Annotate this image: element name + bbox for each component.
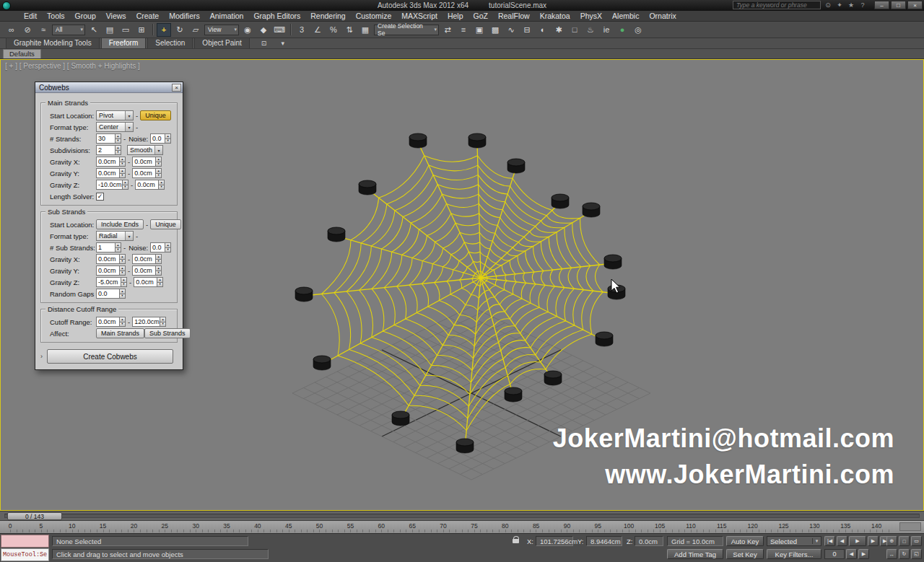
cobweb-object[interactable] [304,142,616,447]
spin-down-icon[interactable]: ▾ [115,248,121,253]
menu-graph-editors[interactable]: Graph Editors [248,11,305,21]
main-gravity-x2-spinner[interactable]: 0.0cm▴▾ [132,157,162,167]
sub-gravity-z-spinner[interactable]: -5.0cm▴▾ [96,277,127,287]
cutoff-max-spinner[interactable]: 120.0cm▴▾ [132,317,166,327]
menu-customize[interactable]: Customize [351,11,397,21]
main-noise-spinner[interactable]: 0.0▴▾ [150,133,171,144]
anchor-cylinder-13[interactable] [456,439,474,453]
menu-rendering[interactable]: Rendering [305,11,350,21]
select-and-move-button[interactable]: + [157,23,171,37]
spinner-arrows[interactable]: ▴▾ [115,145,121,155]
y-coord-field[interactable]: 8.9464cm [586,536,622,546]
viewport-label[interactable]: [ + ] [ Perspective ] [ Smooth + Highlig… [5,62,140,70]
spin-down-icon[interactable]: ▾ [165,248,171,253]
sub-gravity-y2-spinner[interactable]: 0.0cm▴▾ [132,265,162,276]
menu-ornatrix[interactable]: Ornatrix [644,11,681,21]
z-coord-field[interactable]: 0.0cm [635,536,663,546]
spinner-arrows[interactable]: ▴▾ [119,317,126,327]
spin-down-icon[interactable]: ▾ [115,139,121,144]
spinner-arrows[interactable]: ▴▾ [158,180,165,190]
next-frame-button[interactable]: ▶ [868,536,879,546]
menu-maxscript[interactable]: MAXScript [396,11,443,21]
menu-physx[interactable]: PhysX [575,11,607,21]
close-button[interactable]: × [907,1,923,9]
main-gravity-z-spinner[interactable]: -10.0cm▴▾ [96,180,128,190]
anchor-cylinder-8[interactable] [604,255,622,269]
smooth-dropdown[interactable]: Smooth▾ [127,145,163,155]
spinner-arrows[interactable]: ▴▾ [155,168,162,178]
tab-graphite-modeling-tools[interactable]: Graphite Modeling Tools [6,38,100,48]
menu-animation[interactable]: Animation [205,11,249,21]
select-by-name-button[interactable]: ▤ [103,23,117,37]
maximize-viewport-button[interactable]: ◱ [911,549,922,559]
tab-defaults[interactable]: Defaults [3,49,41,58]
subdivisions-spinner[interactable]: 2▴▾ [96,145,121,155]
select-and-uniform-scale-button[interactable]: ▱ [188,23,203,37]
selected-set-dropdown[interactable]: Selected ▾ [767,536,821,546]
previous-key-button[interactable]: ◀ [846,549,857,559]
key-filters-button[interactable]: Key Filters... [767,549,821,559]
spinner-arrows[interactable]: ▴▾ [119,289,126,299]
spin-down-icon[interactable]: ▾ [119,162,126,167]
select-and-manipulate-button[interactable]: ◆ [256,23,271,37]
spin-down-icon[interactable]: ▾ [157,283,163,288]
menu-tools[interactable]: Tools [42,11,70,21]
ie-plugin-button[interactable]: ie [599,23,614,37]
menu-edit[interactable]: Edit [19,11,42,21]
spinner-arrows[interactable]: ▴▾ [121,277,127,287]
spin-down-icon[interactable]: ▾ [119,271,126,276]
x-coord-field[interactable]: 101.7256cm [536,536,573,546]
spinner-arrows[interactable]: ▴▾ [119,168,126,178]
graphite-ribbon-toggle-button[interactable]: ▩ [488,23,502,37]
schematic-view-button[interactable]: ⊟ [520,23,534,37]
tab-selection[interactable]: Selection [147,38,193,48]
menu-views[interactable]: Views [101,11,131,21]
selection-filter-dropdown[interactable]: All▾ [52,25,85,35]
zoom-extents-button[interactable]: □ [899,536,910,546]
time-slider-handle[interactable]: 0 / 143 [7,512,62,520]
spin-down-icon[interactable]: ▾ [119,260,126,265]
spin-down-icon[interactable]: ▾ [122,185,128,190]
spin-down-icon[interactable]: ▾ [119,294,126,299]
anchor-cylinder-15[interactable] [313,356,331,370]
sub-gravity-y-spinner[interactable]: 0.0cm▴▾ [96,265,126,276]
edit-named-selection-sets-button[interactable]: ▦ [358,23,372,37]
material-editor-button[interactable]: ◐ [536,23,550,37]
previous-frame-button[interactable]: ◀ [837,536,847,546]
anchor-cylinder-14[interactable] [392,411,409,426]
spinner-arrows[interactable]: ▴▾ [115,242,121,253]
spin-down-icon[interactable]: ▾ [165,139,171,144]
unlink-selection-button[interactable]: ⊘ [20,23,35,37]
3dsmax-logo-icon[interactable] [2,1,11,10]
anchor-cylinder-3[interactable] [409,133,427,148]
anchor-cylinder-4[interactable] [468,133,486,148]
reference-coordinate-system-dropdown[interactable]: View▾ [204,25,239,35]
macro-recorder-mini-listener[interactable] [1,535,49,548]
angle-snap-toggle-button[interactable]: ∠ [310,23,325,37]
window-crossing-button[interactable]: ⊞ [134,23,149,37]
track-bar[interactable]: 0510152025303540455055606570758085909510… [0,521,924,533]
time-slider-track[interactable] [4,514,920,518]
named-selection-sets-dropdown[interactable]: Create Selection Se▾ [374,25,439,35]
spin-down-icon[interactable]: ▾ [155,162,162,167]
infocenter-search-input[interactable] [733,1,821,9]
random-gaps-spinner[interactable]: 0.0▴▾ [96,289,126,299]
minimize-button[interactable]: – [874,1,889,9]
spinner-arrows[interactable]: ▴▾ [155,265,162,276]
spinner-snap-toggle-button[interactable]: ⇅ [342,23,357,37]
spinner-arrows[interactable]: ▴▾ [119,254,126,264]
sub-gravity-z2-spinner[interactable]: 0.0cm▴▾ [134,277,163,287]
menu-create[interactable]: Create [131,11,165,21]
render-setup-button[interactable]: ✱ [552,23,566,37]
spinner-arrows[interactable]: ▴▾ [155,254,162,264]
next-key-button[interactable]: ▶ [858,549,869,559]
affect-main-strands-button[interactable]: Main Strands [96,328,144,338]
sub-format-type-dropdown[interactable]: Radial▾ [96,231,134,241]
select-and-rotate-button[interactable]: ↻ [173,23,187,37]
snaps-toggle-button[interactable]: 3 [295,23,309,37]
spin-down-icon[interactable]: ▾ [119,322,126,328]
selection-lock-icon[interactable] [510,536,521,546]
current-frame-field-field[interactable]: 0 [824,549,845,559]
tab-freeform[interactable]: Freeform [101,38,147,48]
ornatrix-plugin-button[interactable]: ◎ [631,23,645,37]
